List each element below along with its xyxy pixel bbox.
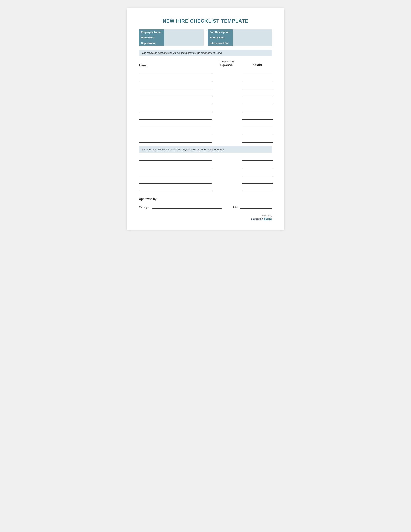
date-line[interactable] [240, 205, 272, 209]
initials-line[interactable] [242, 164, 273, 168]
department-value[interactable] [164, 40, 204, 46]
date-label: Date: [232, 206, 238, 209]
department-label: Department: [139, 40, 164, 46]
item-line[interactable] [139, 77, 212, 81]
item-line[interactable] [139, 180, 212, 184]
section2-row [139, 172, 272, 176]
col-initials-header: Initials [241, 63, 272, 67]
item-line[interactable] [139, 164, 212, 168]
item-line[interactable] [139, 123, 212, 127]
initials-line[interactable] [242, 77, 273, 81]
footer-section: Approved by: Manager: Date: [139, 197, 272, 209]
date-hired-value[interactable] [164, 35, 204, 40]
brand-blue: Blue [264, 217, 272, 221]
initials-line[interactable] [242, 116, 273, 120]
section1-row [139, 131, 272, 135]
powered-by-text: powered by [139, 215, 272, 217]
item-line[interactable] [139, 85, 212, 89]
item-line[interactable] [139, 172, 212, 176]
item-line[interactable] [139, 139, 212, 143]
section1-row [139, 139, 272, 143]
section2-row [139, 157, 272, 161]
initials-line[interactable] [242, 85, 273, 89]
manager-signature-line[interactable] [152, 205, 222, 209]
section2-row [139, 180, 272, 184]
initials-line[interactable] [242, 70, 273, 74]
initials-line[interactable] [242, 180, 273, 184]
section1-row [139, 116, 272, 120]
signature-row: Manager: Date: [139, 205, 272, 209]
col-completed-header: Completed or Explained? [212, 60, 241, 67]
initials-line[interactable] [242, 139, 273, 143]
columns-header: Items: Completed or Explained? Initials [139, 60, 272, 68]
employee-name-value[interactable] [164, 29, 204, 35]
item-line[interactable] [139, 93, 212, 97]
item-line[interactable] [139, 157, 212, 161]
job-description-label: Job Description: [208, 29, 233, 35]
initials-line[interactable] [242, 187, 273, 191]
section1-row [139, 93, 272, 97]
section1-row [139, 77, 272, 81]
employee-name-label: Employee Name: [139, 29, 164, 35]
manager-label: Manager: [139, 206, 150, 209]
approved-by-label: Approved by: [139, 197, 272, 200]
initials-line[interactable] [242, 93, 273, 97]
initials-line[interactable] [242, 100, 273, 104]
section2-note: The following sections should be complet… [139, 146, 272, 152]
section1-row [139, 70, 272, 74]
col-items-header: Items: [139, 64, 212, 67]
section1-note: The following sections should be complet… [139, 50, 272, 56]
page-title: NEW HIRE CHECKLIST TEMPLATE [139, 18, 272, 24]
initials-line[interactable] [242, 172, 273, 176]
brand-general: General [251, 217, 264, 221]
section1-row [139, 85, 272, 89]
powered-by: powered by GeneralBlue [139, 215, 272, 221]
section1-row [139, 108, 272, 112]
item-line[interactable] [139, 108, 212, 112]
hourly-rate-value[interactable] [233, 35, 272, 40]
item-line[interactable] [139, 116, 212, 120]
initials-line[interactable] [242, 123, 273, 127]
page: NEW HIRE CHECKLIST TEMPLATE Employee Nam… [127, 8, 284, 229]
section2-row [139, 187, 272, 191]
job-description-value[interactable] [233, 29, 272, 35]
item-line[interactable] [139, 70, 212, 74]
interviewed-by-label: Interviewed By: [208, 40, 233, 46]
interviewed-by-value[interactable] [233, 40, 272, 46]
item-line[interactable] [139, 187, 212, 191]
section1-row [139, 100, 272, 104]
initials-line[interactable] [242, 131, 273, 135]
hourly-rate-label: Hourly Rate: [208, 35, 233, 40]
info-table: Employee Name: Job Description: Date Hir… [139, 29, 272, 46]
initials-line[interactable] [242, 108, 273, 112]
item-line[interactable] [139, 100, 212, 104]
item-line[interactable] [139, 131, 212, 135]
section2-row [139, 164, 272, 168]
section1-checklist [139, 70, 272, 143]
section2-checklist [139, 157, 272, 191]
section1-row [139, 123, 272, 127]
initials-line[interactable] [242, 157, 273, 161]
date-hired-label: Date Hired: [139, 35, 164, 40]
brand-name: GeneralBlue [251, 217, 272, 221]
